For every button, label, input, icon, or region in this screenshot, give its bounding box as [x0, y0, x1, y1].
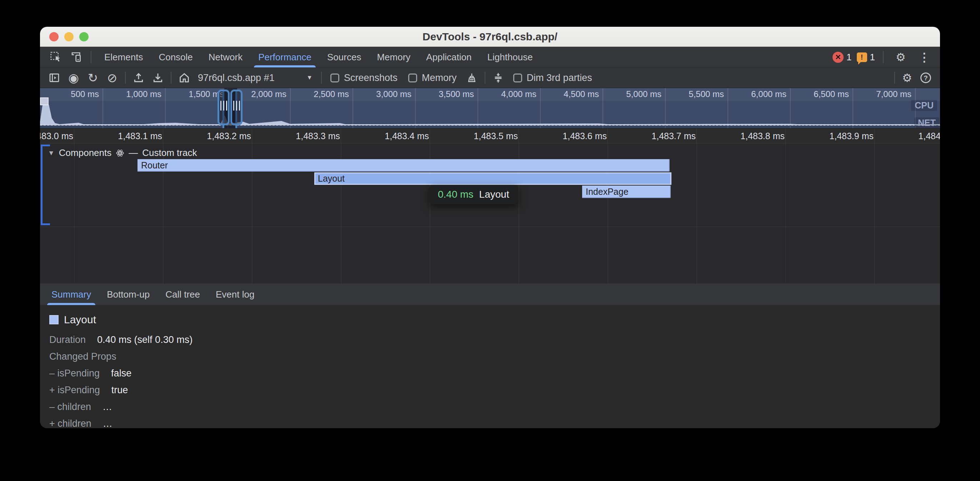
error-badge[interactable]: ✕ 1	[832, 52, 851, 63]
details-tab-event-log[interactable]: Event log	[208, 284, 262, 305]
overview-gridline	[727, 88, 728, 128]
tab-label: Lighthouse	[487, 52, 533, 63]
close-window-button[interactable]	[49, 32, 59, 41]
inspect-element-icon[interactable]	[46, 49, 65, 66]
target-selector-dropdown[interactable]: 97r6ql.csb.app #1 ▼	[194, 70, 318, 86]
overview-gridline	[165, 88, 166, 128]
selection-left-handle[interactable]	[218, 90, 230, 125]
track-header[interactable]: ▼ Components — Custom track	[48, 148, 197, 159]
checkbox-box	[513, 73, 522, 83]
overview-gridline	[290, 88, 291, 128]
issue-badge[interactable]: ! 1	[857, 52, 875, 63]
details-tab-summary[interactable]: Summary	[44, 284, 99, 305]
target-selector-value: 97r6ql.csb.app #1	[198, 73, 275, 84]
overview-gridline	[353, 88, 353, 128]
ruler-tick-label: 1,483.5 ms	[474, 131, 521, 141]
record-icon[interactable]: ◉	[64, 69, 83, 86]
summary-row-label: – children	[49, 402, 91, 413]
flamechart-area[interactable]: ▼ Components — Custom track RouterLayout…	[40, 143, 940, 284]
tab-console[interactable]: Console	[151, 47, 200, 67]
selection-right-handle[interactable]	[231, 90, 242, 125]
dim-3rd-parties-checkbox[interactable]: Dim 3rd parties	[508, 73, 597, 84]
event-color-swatch	[49, 315, 59, 324]
screenshot-thumbnail	[40, 97, 49, 105]
home-icon[interactable]	[175, 69, 194, 86]
collect-garbage-icon[interactable]	[463, 69, 481, 86]
tab-sources[interactable]: Sources	[319, 47, 369, 67]
tab-label: Application	[426, 52, 471, 63]
panel-tabs: ElementsConsoleNetworkPerformanceSources…	[96, 47, 541, 67]
tooltip-duration: 0.40 ms	[438, 189, 474, 200]
overview-gridline	[477, 88, 478, 128]
toggle-sidebar-icon[interactable]	[45, 69, 64, 86]
settings-gear-icon[interactable]: ⚙	[891, 49, 910, 66]
screenshots-checkbox[interactable]: Screenshots	[325, 73, 402, 84]
handle-grip	[239, 101, 240, 111]
overview-tick-label: 6,500 ms	[814, 89, 853, 99]
tab-memory[interactable]: Memory	[369, 47, 418, 67]
summary-row: – isPendingfalse	[49, 368, 940, 379]
minimize-window-button[interactable]	[64, 32, 73, 41]
reload-and-record-icon[interactable]: ↻	[84, 69, 102, 86]
overview-gridline	[603, 88, 603, 128]
overview-tick-label: 2,500 ms	[313, 89, 353, 99]
track-separator: —	[129, 148, 138, 159]
overview-gridline	[790, 88, 791, 128]
flame-event-layout[interactable]: Layout	[314, 172, 671, 185]
overview-tick-label: 3,500 ms	[439, 89, 477, 99]
tab-label: Network	[208, 52, 242, 63]
overview-gridline	[665, 88, 666, 128]
net-lane-label: NET	[914, 117, 939, 129]
tab-label: Performance	[258, 52, 312, 63]
summary-row-label: – isPending	[49, 368, 100, 379]
active-tab-underline	[254, 65, 316, 67]
track-subtitle: Custom track	[142, 148, 197, 159]
details-tab-bottom-up[interactable]: Bottom-up	[99, 284, 158, 305]
memory-checkbox[interactable]: Memory	[403, 73, 462, 84]
overview-tick-label: 2,000 ms	[251, 89, 290, 99]
screenshots-label: Screenshots	[344, 73, 398, 84]
overview-tick-label: 7,000 ms	[876, 89, 915, 99]
flame-event-router[interactable]: Router	[137, 159, 670, 171]
tab-network[interactable]: Network	[201, 47, 250, 67]
tab-performance[interactable]: Performance	[250, 47, 319, 67]
more-options-kebab-icon[interactable]: ⋮	[915, 49, 934, 66]
overview-gridline	[853, 88, 853, 128]
summary-row: – children…	[49, 402, 940, 413]
load-profile-icon[interactable]	[129, 69, 148, 86]
tab-elements[interactable]: Elements	[96, 47, 151, 67]
overview-tick-label: 5,000 ms	[626, 89, 665, 99]
capture-settings-gear-icon[interactable]: ⚙	[898, 69, 916, 86]
save-profile-icon[interactable]	[149, 69, 167, 86]
error-count: 1	[846, 52, 851, 63]
summary-row-value: …	[102, 402, 112, 413]
tab-label: Bottom-up	[107, 289, 150, 300]
help-icon[interactable]: ?	[916, 69, 935, 86]
flame-event-indexpage[interactable]: IndexPage	[582, 186, 671, 198]
device-toolbar-icon[interactable]	[67, 49, 86, 66]
details-tab-call-tree[interactable]: Call tree	[158, 284, 208, 305]
tab-lighthouse[interactable]: Lighthouse	[480, 47, 541, 67]
maximize-window-button[interactable]	[79, 32, 89, 41]
track-selection-bracket-bottom	[41, 223, 50, 225]
cpu-lane-label: CPU	[911, 100, 937, 111]
overview-gridline	[540, 88, 541, 128]
track-bottom-divider	[40, 227, 940, 227]
window-title: DevTools - 97r6ql.csb.app/	[423, 31, 557, 43]
tab-label: Call tree	[165, 289, 200, 300]
tab-application[interactable]: Application	[418, 47, 479, 67]
summary-row-value: …	[103, 418, 113, 428]
clear-icon[interactable]: ⊘	[103, 69, 121, 86]
collapse-triangle-icon[interactable]: ▼	[48, 149, 55, 157]
flame-gridline	[874, 143, 875, 284]
timeline-overview[interactable]: 500 ms1,000 ms1,500 ms2,000 ms2,500 ms3,…	[40, 88, 940, 129]
summary-row: Changed Props	[49, 351, 940, 362]
svg-text:?: ?	[924, 74, 928, 82]
summary-event-title: Layout	[64, 314, 96, 326]
shortcuts-dialog-icon[interactable]	[489, 69, 508, 86]
checkbox-box	[330, 73, 339, 83]
react-atom-icon	[116, 149, 124, 157]
ruler-tick-label: 1,483.2 ms	[207, 131, 254, 141]
summary-row-value: true	[111, 385, 128, 396]
summary-row-label: + children	[49, 418, 91, 428]
